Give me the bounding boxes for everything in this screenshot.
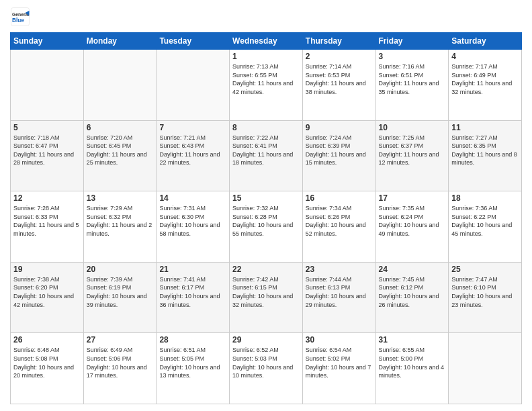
calendar-cell	[449, 333, 522, 404]
calendar-cell: 30Sunrise: 6:54 AM Sunset: 5:02 PM Dayli…	[302, 333, 375, 404]
calendar-week-4: 19Sunrise: 7:38 AM Sunset: 6:20 PM Dayli…	[11, 262, 522, 333]
day-number: 25	[451, 265, 519, 274]
day-number: 15	[232, 193, 300, 203]
day-number: 9	[306, 123, 373, 132]
calendar-cell: 23Sunrise: 7:44 AM Sunset: 6:13 PM Dayli…	[302, 262, 375, 333]
calendar-cell: 10Sunrise: 7:25 AM Sunset: 6:37 PM Dayli…	[375, 120, 449, 191]
day-info: Sunrise: 6:52 AM Sunset: 5:03 PM Dayligh…	[232, 346, 300, 379]
calendar-cell: 8Sunrise: 7:22 AM Sunset: 6:41 PM Daylig…	[230, 120, 303, 191]
calendar-week-3: 12Sunrise: 7:28 AM Sunset: 6:33 PM Dayli…	[11, 191, 522, 263]
day-info: Sunrise: 7:13 AM Sunset: 6:55 PM Dayligh…	[232, 62, 300, 96]
day-number: 24	[379, 265, 446, 274]
day-number: 27	[87, 335, 154, 345]
day-header-saturday: Saturday	[449, 33, 522, 50]
day-info: Sunrise: 7:47 AM Sunset: 6:10 PM Dayligh…	[451, 275, 519, 309]
day-number: 2	[306, 52, 373, 61]
day-number: 5	[13, 123, 81, 132]
calendar-cell: 25Sunrise: 7:47 AM Sunset: 6:10 PM Dayli…	[449, 262, 522, 333]
calendar-cell: 13Sunrise: 7:29 AM Sunset: 6:32 PM Dayli…	[83, 191, 157, 263]
day-info: Sunrise: 7:14 AM Sunset: 6:53 PM Dayligh…	[306, 62, 373, 96]
day-info: Sunrise: 7:32 AM Sunset: 6:28 PM Dayligh…	[232, 204, 300, 238]
calendar-cell: 11Sunrise: 7:27 AM Sunset: 6:35 PM Dayli…	[449, 120, 522, 191]
calendar-cell: 18Sunrise: 7:36 AM Sunset: 6:22 PM Dayli…	[449, 191, 522, 263]
calendar-cell: 16Sunrise: 7:34 AM Sunset: 6:26 PM Dayli…	[302, 191, 375, 263]
calendar-cell: 17Sunrise: 7:35 AM Sunset: 6:24 PM Dayli…	[375, 191, 449, 263]
day-number: 30	[306, 335, 373, 345]
calendar-week-5: 26Sunrise: 6:48 AM Sunset: 5:08 PM Dayli…	[11, 333, 522, 404]
day-info: Sunrise: 7:25 AM Sunset: 6:37 PM Dayligh…	[379, 134, 446, 167]
day-info: Sunrise: 7:38 AM Sunset: 6:20 PM Dayligh…	[13, 275, 81, 309]
header: General Blue	[10, 7, 522, 27]
day-number: 1	[232, 52, 300, 61]
day-info: Sunrise: 6:49 AM Sunset: 5:06 PM Dayligh…	[87, 346, 154, 379]
calendar: SundayMondayTuesdayWednesdayThursdayFrid…	[10, 32, 522, 404]
calendar-cell	[157, 50, 230, 121]
day-number: 11	[451, 123, 519, 132]
day-info: Sunrise: 7:31 AM Sunset: 6:30 PM Dayligh…	[159, 204, 226, 238]
day-number: 3	[379, 52, 446, 61]
day-number: 29	[232, 335, 300, 345]
day-info: Sunrise: 7:21 AM Sunset: 6:43 PM Dayligh…	[159, 134, 226, 167]
calendar-cell: 29Sunrise: 6:52 AM Sunset: 5:03 PM Dayli…	[230, 333, 303, 404]
svg-text:Blue: Blue	[12, 17, 24, 24]
day-info: Sunrise: 6:54 AM Sunset: 5:02 PM Dayligh…	[306, 346, 373, 379]
calendar-cell: 20Sunrise: 7:39 AM Sunset: 6:19 PM Dayli…	[83, 262, 157, 333]
general-blue-icon: General Blue	[10, 7, 30, 27]
day-info: Sunrise: 6:51 AM Sunset: 5:05 PM Dayligh…	[159, 346, 226, 379]
day-number: 4	[451, 52, 519, 61]
day-info: Sunrise: 7:17 AM Sunset: 6:49 PM Dayligh…	[451, 62, 519, 96]
day-info: Sunrise: 7:20 AM Sunset: 6:45 PM Dayligh…	[87, 134, 154, 167]
calendar-header-row: SundayMondayTuesdayWednesdayThursdayFrid…	[11, 33, 522, 50]
calendar-cell: 19Sunrise: 7:38 AM Sunset: 6:20 PM Dayli…	[11, 262, 84, 333]
day-number: 26	[13, 335, 81, 345]
calendar-cell: 21Sunrise: 7:41 AM Sunset: 6:17 PM Dayli…	[157, 262, 230, 333]
calendar-cell: 1Sunrise: 7:13 AM Sunset: 6:55 PM Daylig…	[230, 50, 303, 121]
day-number: 6	[87, 123, 154, 132]
day-info: Sunrise: 7:29 AM Sunset: 6:32 PM Dayligh…	[87, 204, 154, 238]
day-header-tuesday: Tuesday	[157, 33, 230, 50]
day-number: 12	[13, 193, 81, 203]
day-info: Sunrise: 7:16 AM Sunset: 6:51 PM Dayligh…	[379, 62, 446, 96]
day-info: Sunrise: 6:55 AM Sunset: 5:00 PM Dayligh…	[379, 346, 446, 379]
calendar-cell: 3Sunrise: 7:16 AM Sunset: 6:51 PM Daylig…	[375, 50, 449, 121]
calendar-week-1: 1Sunrise: 7:13 AM Sunset: 6:55 PM Daylig…	[11, 50, 522, 121]
day-info: Sunrise: 7:22 AM Sunset: 6:41 PM Dayligh…	[232, 134, 300, 167]
day-number: 14	[159, 193, 226, 203]
day-number: 16	[306, 193, 373, 203]
day-number: 20	[87, 265, 154, 274]
calendar-cell: 4Sunrise: 7:17 AM Sunset: 6:49 PM Daylig…	[449, 50, 522, 121]
day-info: Sunrise: 7:18 AM Sunset: 6:47 PM Dayligh…	[13, 134, 81, 167]
day-info: Sunrise: 7:41 AM Sunset: 6:17 PM Dayligh…	[159, 275, 226, 309]
day-number: 31	[379, 335, 446, 345]
day-number: 17	[379, 193, 446, 203]
day-info: Sunrise: 7:24 AM Sunset: 6:39 PM Dayligh…	[306, 134, 373, 167]
day-number: 7	[159, 123, 226, 132]
day-info: Sunrise: 7:28 AM Sunset: 6:33 PM Dayligh…	[13, 204, 81, 238]
calendar-cell: 31Sunrise: 6:55 AM Sunset: 5:00 PM Dayli…	[375, 333, 449, 404]
day-number: 10	[379, 123, 446, 132]
day-info: Sunrise: 6:48 AM Sunset: 5:08 PM Dayligh…	[13, 346, 81, 379]
day-info: Sunrise: 7:35 AM Sunset: 6:24 PM Dayligh…	[379, 204, 446, 238]
day-number: 18	[451, 193, 519, 203]
day-info: Sunrise: 7:34 AM Sunset: 6:26 PM Dayligh…	[306, 204, 373, 238]
calendar-cell: 27Sunrise: 6:49 AM Sunset: 5:06 PM Dayli…	[83, 333, 157, 404]
day-info: Sunrise: 7:42 AM Sunset: 6:15 PM Dayligh…	[232, 275, 300, 309]
day-info: Sunrise: 7:44 AM Sunset: 6:13 PM Dayligh…	[306, 275, 373, 309]
calendar-cell: 12Sunrise: 7:28 AM Sunset: 6:33 PM Dayli…	[11, 191, 84, 263]
calendar-cell: 2Sunrise: 7:14 AM Sunset: 6:53 PM Daylig…	[302, 50, 375, 121]
calendar-cell: 6Sunrise: 7:20 AM Sunset: 6:45 PM Daylig…	[83, 120, 157, 191]
calendar-week-2: 5Sunrise: 7:18 AM Sunset: 6:47 PM Daylig…	[11, 120, 522, 191]
day-header-friday: Friday	[375, 33, 449, 50]
page: General Blue SundayMondayTuesdayWednesda…	[0, 0, 532, 411]
day-number: 23	[306, 265, 373, 274]
calendar-cell: 14Sunrise: 7:31 AM Sunset: 6:30 PM Dayli…	[157, 191, 230, 263]
day-number: 8	[232, 123, 300, 132]
day-number: 13	[87, 193, 154, 203]
day-header-monday: Monday	[83, 33, 157, 50]
calendar-cell	[11, 50, 84, 121]
day-info: Sunrise: 7:27 AM Sunset: 6:35 PM Dayligh…	[451, 134, 519, 167]
day-header-sunday: Sunday	[11, 33, 84, 50]
calendar-cell: 22Sunrise: 7:42 AM Sunset: 6:15 PM Dayli…	[230, 262, 303, 333]
calendar-cell: 15Sunrise: 7:32 AM Sunset: 6:28 PM Dayli…	[230, 191, 303, 263]
day-info: Sunrise: 7:36 AM Sunset: 6:22 PM Dayligh…	[451, 204, 519, 238]
